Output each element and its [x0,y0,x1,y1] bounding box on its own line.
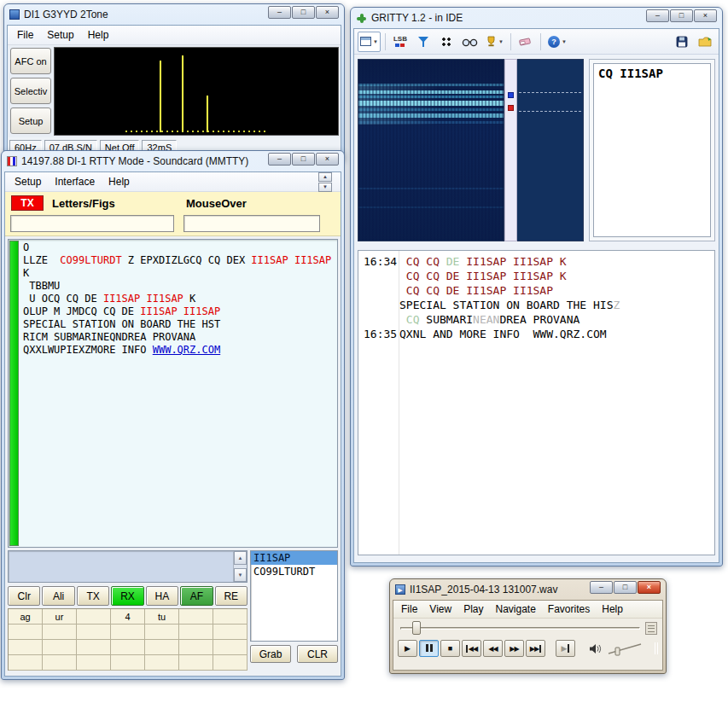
fast-forward-button[interactable]: ▶▶ [504,640,524,657]
ha-button[interactable]: HA [146,586,178,606]
close-button[interactable]: × [694,9,717,22]
tuning-panel[interactable] [517,59,584,241]
macro-cell[interactable]: 4 [111,609,145,625]
menu-navigate[interactable]: Navigate [489,601,541,617]
clr-button[interactable]: Clr [8,586,40,606]
pause-button[interactable] [419,640,439,657]
menu-file[interactable]: File [10,26,40,44]
skip-end-button[interactable]: ▶▶ [526,640,545,657]
macro-cell[interactable] [9,655,43,671]
mute-button[interactable] [585,640,605,657]
maximize-button[interactable]: □ [614,581,637,594]
callsign-item[interactable]: CO99LTURDT [251,565,337,578]
menu-setup[interactable]: Setup [8,173,48,190]
scroll-up-icon[interactable]: ▲ [234,551,247,565]
macro-cell[interactable] [213,655,248,671]
scroll-down-icon[interactable]: ▼ [234,568,247,582]
macro-cell[interactable] [179,609,213,625]
seek-slider-track[interactable] [400,627,640,630]
menu-file[interactable]: File [395,601,423,617]
macro-cell[interactable]: ur [43,609,77,625]
macro-cell[interactable] [43,625,77,640]
macro-cell[interactable]: ag [9,609,43,625]
menu-help[interactable]: Help [596,601,629,617]
gritty-titlebar[interactable]: GRITTY 1.2 - in IDE – □ × [353,8,719,28]
minimize-button[interactable]: – [646,9,669,22]
macro-cell[interactable] [9,625,43,640]
macro-cell[interactable] [43,655,77,671]
tx-buffer-field[interactable]: ▲ ▼ [8,550,248,583]
macro-cell[interactable]: tu [145,609,179,625]
browse-decodes-button[interactable] [459,32,480,52]
ali-button[interactable]: Ali [42,586,74,606]
waterfall-display[interactable] [358,59,504,241]
tx-button[interactable]: TX [77,586,109,606]
clr-list-button[interactable]: CLR [297,645,338,663]
mode-lsb-button[interactable]: LSB [390,32,411,52]
macro-cell[interactable] [43,640,77,655]
minimize-button[interactable]: – [268,6,291,19]
macro-cell[interactable] [145,655,179,671]
macro-cell[interactable] [213,609,248,625]
setup-button[interactable]: Setup [10,107,51,134]
seek-spinner[interactable] [645,622,657,635]
maximize-button[interactable]: □ [292,6,315,19]
macro-cell[interactable] [9,640,43,655]
macro-cell[interactable] [145,625,179,640]
rx-button[interactable]: RX [111,586,143,606]
close-button[interactable]: × [316,153,339,166]
re-button[interactable]: RE [215,586,248,606]
grab-button[interactable]: Grab [250,645,291,663]
open-folder-button[interactable] [695,32,715,52]
macro-cell[interactable] [179,625,213,640]
stop-button[interactable]: ■ [440,640,460,657]
menu-help[interactable]: Help [102,173,137,190]
mouseover-input[interactable] [183,215,320,232]
callsign-listbox[interactable]: II1SAP CO99LTURDT [250,550,338,642]
letters-figs-input[interactable] [10,215,174,232]
close-button[interactable]: × [638,581,661,594]
maximize-button[interactable]: □ [292,153,315,166]
macro-cell[interactable] [77,655,111,671]
cq-callsign-text[interactable]: CQ II1SAP [593,63,711,237]
resize-grip[interactable] [655,641,658,656]
macro-cell[interactable] [145,640,179,655]
menu-interface[interactable]: Interface [48,173,102,190]
spinner-down-icon[interactable]: ▼ [318,183,332,192]
macro-cell[interactable] [77,625,111,640]
macro-cell[interactable] [179,640,213,655]
wav-titlebar[interactable]: ▶ II1SAP_2015-04-13 131007.wav – □ × [393,579,663,600]
menu-favorites[interactable]: Favorites [542,601,596,617]
af-button[interactable]: AF [180,586,213,606]
play-button[interactable]: ▶ [398,640,417,657]
step-button[interactable]: ▶ [556,640,575,657]
band-map-button[interactable]: ▼ [358,32,381,52]
callsign-item-selected[interactable]: II1SAP [251,551,337,565]
help-button[interactable]: ? ▼ [545,32,569,52]
tx-indicator[interactable]: TX [11,195,44,211]
macro-cell[interactable] [111,640,145,655]
rx-display-area[interactable]: OLLZE CO99LTURDT Z EPXDIZLGCQ CQ DEX II1… [8,239,338,548]
macro-cell[interactable] [111,625,145,640]
save-button[interactable] [672,32,692,52]
selectivity-button[interactable]: Selectiv [10,78,51,104]
minimize-button[interactable]: – [268,153,291,166]
spectrum-display[interactable] [54,47,339,136]
menu-view[interactable]: View [423,601,457,617]
macro-cell[interactable] [111,655,145,671]
skip-start-button[interactable]: ◀◀ [462,640,481,657]
menu-play[interactable]: Play [457,601,489,617]
frequency-scale-strip[interactable] [504,59,517,241]
gritty-decode-panel[interactable]: 16:34 CQ CQ DE II1SAP II1SAP K CQ CQ DE … [358,250,715,555]
close-button[interactable]: × [316,6,339,19]
macro-cell[interactable] [77,609,111,625]
macro-cell[interactable] [213,625,248,640]
minimize-button[interactable]: – [590,581,613,594]
maximize-button[interactable]: □ [670,9,693,22]
snr-button[interactable] [436,32,457,52]
macro-cell[interactable] [179,655,213,671]
volume-slider[interactable] [607,641,644,656]
menu-help[interactable]: Help [81,26,116,44]
afc-on-button[interactable]: AFC on [10,48,51,74]
mmtty-titlebar[interactable]: 14197.88 DI-1 RTTY Mode - Soundcard (MMT… [4,151,341,171]
